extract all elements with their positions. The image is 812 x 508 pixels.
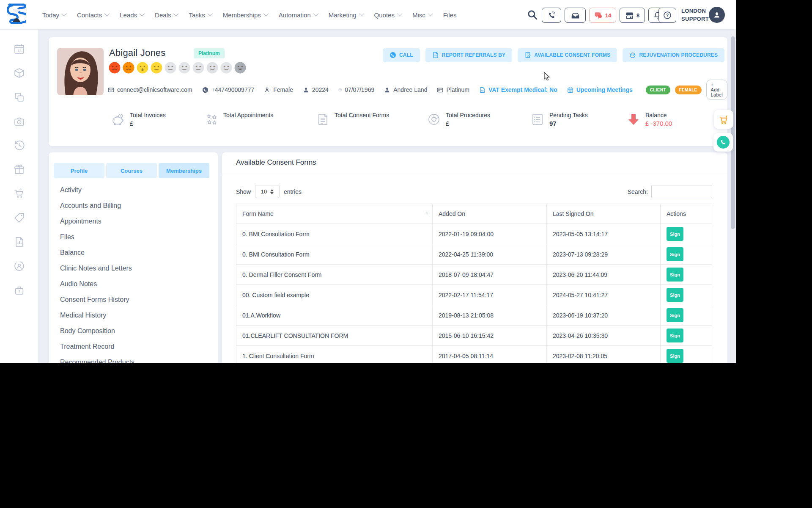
consent-forms-table: Form Name↑↓ Added On Last Signed On Acti… — [236, 204, 712, 363]
menu-item-consent-forms-history[interactable]: Consent Forms History — [60, 292, 208, 307]
menu-item-audio-notes[interactable]: Audio Notes — [60, 276, 208, 292]
tab-memberships[interactable]: Memberships — [159, 163, 209, 178]
mood-emoji-9[interactable] — [220, 62, 232, 75]
page-scrollbar[interactable] — [730, 30, 736, 363]
mood-emoji-8[interactable] — [206, 62, 218, 75]
menu-item-appointments[interactable]: Appointments — [60, 213, 208, 229]
tab-profile[interactable]: Profile — [54, 163, 104, 178]
tier-badge: Platinum — [194, 48, 225, 58]
calendar-icon[interactable]: 12 — [14, 43, 25, 55]
report-chart-icon[interactable] — [14, 236, 25, 248]
mood-emoji-5[interactable] — [165, 62, 176, 75]
sign-button[interactable]: Sign — [667, 268, 683, 282]
dialer-button[interactable] — [542, 8, 561, 23]
mood-emoji-1[interactable] — [109, 62, 121, 75]
cell-form-name: 00. Custom field example — [236, 285, 433, 305]
sign-button[interactable]: Sign — [667, 227, 683, 241]
messages-button[interactable]: 14 — [589, 8, 616, 23]
cart-icon[interactable] — [14, 188, 25, 199]
contact-vat-exempt-medical-no[interactable]: № VAT Exempt Medical: No — [479, 86, 557, 93]
sign-button[interactable]: Sign — [667, 288, 683, 302]
menu-item-clinic-notes-and-letters[interactable]: Clinic Notes and Letters — [60, 260, 208, 276]
mood-emoji-7[interactable] — [192, 62, 204, 75]
lock-case-icon[interactable] — [14, 284, 25, 296]
nav-item-today[interactable]: Today — [42, 11, 66, 19]
phone-circle-icon — [390, 52, 396, 58]
inbox-button[interactable] — [565, 8, 586, 23]
mood-emoji-6[interactable] — [178, 62, 190, 75]
sign-button[interactable]: Sign — [667, 308, 683, 322]
profile-side-panel: ProfileCoursesMemberships ActivityAccoun… — [49, 152, 218, 363]
package-icon[interactable] — [14, 67, 25, 79]
menu-item-files[interactable]: Files — [60, 229, 208, 245]
tag-icon[interactable] — [14, 212, 25, 224]
search-input[interactable] — [651, 185, 712, 198]
contact-upcoming-meetings[interactable]: 12 Upcoming Meetings — [567, 86, 633, 93]
calendar-icon: 12 — [338, 88, 342, 91]
sort-icon[interactable]: ↑↓ — [425, 210, 428, 215]
cart-float-button[interactable] — [714, 110, 733, 129]
available-consent-forms-button[interactable]: AVAILABLE CONSENT FORMS — [518, 48, 617, 62]
menu-item-balance[interactable]: Balance — [60, 245, 208, 260]
report-referrals-by-button[interactable]: REPORT REFERRALS BY — [425, 48, 512, 62]
camera-bag-icon[interactable] — [14, 116, 25, 127]
nav-item-automation[interactable]: Automation — [279, 11, 317, 19]
layers-icon[interactable] — [14, 91, 25, 103]
rejuvenation-procedures-button[interactable]: REJUVENATION PROCEDURES — [623, 48, 724, 62]
nav-item-contacts[interactable]: Contacts — [77, 11, 108, 19]
nav-item-marketing[interactable]: Marketing — [329, 11, 363, 19]
label-pill-client[interactable]: CLIENT — [646, 86, 670, 94]
app-window: Today Contacts Leads Deals Tasks Members… — [0, 0, 736, 363]
svg-text:12: 12 — [340, 89, 341, 91]
cell-last-signed: 2023-02-08 11:20:05 — [547, 346, 661, 363]
search-icon[interactable] — [527, 9, 538, 20]
menu-item-activity[interactable]: Activity — [60, 182, 208, 198]
account-sync-icon[interactable] — [14, 260, 25, 272]
client-photo[interactable] — [57, 48, 104, 95]
tab-courses[interactable]: Courses — [106, 163, 157, 178]
table-search-control: Search: — [628, 185, 712, 198]
menu-item-body-composition[interactable]: Body Composition — [60, 323, 208, 339]
col-last-signed[interactable]: Last Signed On — [547, 204, 661, 224]
nav-item-tasks[interactable]: Tasks — [189, 11, 211, 19]
mood-emoji-3[interactable] — [137, 62, 148, 75]
phone-ring-icon — [548, 11, 556, 19]
col-form-name[interactable]: Form Name↑↓ — [236, 204, 433, 224]
svg-text:?: ? — [666, 13, 669, 18]
mood-emoji-2[interactable] — [123, 62, 134, 75]
menu-item-accounts-and-billing[interactable]: Accounts and Billing — [60, 198, 208, 213]
sign-button[interactable]: Sign — [667, 329, 683, 342]
nav-item-deals[interactable]: Deals — [155, 11, 177, 19]
nav-item-quotes[interactable]: Quotes — [374, 11, 401, 19]
col-added-on[interactable]: Added On — [433, 204, 547, 224]
menu-item-recommended-products[interactable]: Recommended Products — [60, 354, 208, 363]
user-avatar[interactable] — [709, 7, 725, 23]
clinicsoftware-logo[interactable] — [7, 3, 26, 27]
mood-emoji-4[interactable] — [151, 62, 162, 75]
help-button[interactable]: ? — [658, 8, 676, 23]
svg-text:$: $ — [120, 115, 121, 118]
call-button[interactable]: CALL — [383, 48, 420, 62]
add-label-button[interactable]: + Add Label — [706, 80, 727, 100]
whatsapp-float-button[interactable] — [713, 133, 733, 152]
nav-item-misc[interactable]: Misc — [412, 11, 432, 19]
cell-form-name: 0. BMI Consultation Form — [236, 224, 433, 244]
store-button[interactable]: 8 — [620, 8, 645, 23]
nav-item-leads[interactable]: Leads — [120, 11, 143, 19]
nav-item-memberships[interactable]: Memberships — [223, 11, 267, 19]
panel-divider — [222, 175, 727, 175]
mood-emoji-10[interactable] — [234, 62, 246, 75]
label-pill-female[interactable]: FEMALE — [675, 86, 702, 94]
table-row: 01.A.Workflow 2019-08-13 21:05:08 2023-0… — [236, 305, 712, 326]
gift-icon[interactable] — [14, 164, 25, 175]
menu-item-medical-history[interactable]: Medical History — [60, 307, 208, 323]
chevron-down-icon — [313, 11, 318, 16]
bust-icon — [384, 87, 390, 93]
scrollbar-thumb[interactable] — [731, 36, 735, 229]
menu-item-treatment-record[interactable]: Treatment Record — [60, 339, 208, 354]
page-size-select[interactable]: 10 — [255, 185, 280, 198]
sign-button[interactable]: Sign — [667, 349, 683, 363]
history-icon[interactable] — [14, 140, 25, 151]
nav-item-files[interactable]: Files — [443, 11, 457, 19]
sign-button[interactable]: Sign — [667, 247, 683, 261]
